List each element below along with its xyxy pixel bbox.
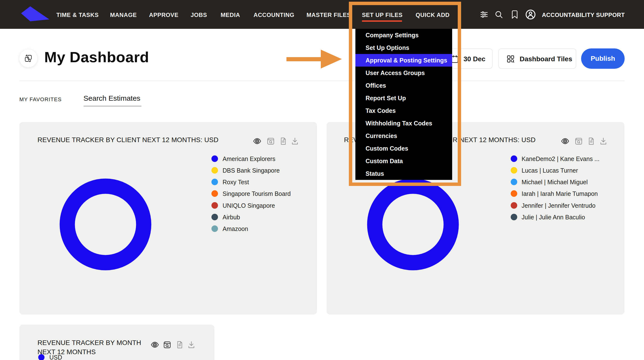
legend-label[interactable]: UNIQLO Singapore xyxy=(222,202,275,209)
eye-icon[interactable] xyxy=(253,137,261,145)
legend-label[interactable]: Singapore Tourism Board xyxy=(222,190,291,197)
legend-label[interactable]: KaneDemo2 | Kane Evans ... xyxy=(522,155,600,162)
download-icon[interactable] xyxy=(187,341,196,349)
legend-label[interactable]: Michael | Michael Miguel xyxy=(522,179,588,186)
menu-item-user-access-groups[interactable]: User Access Groups xyxy=(356,67,452,79)
legend-label[interactable]: Amazoon xyxy=(222,225,248,232)
legend-dot[interactable] xyxy=(511,155,517,162)
legend-label[interactable]: Iarah | Iarah Marie Tumapon xyxy=(522,190,598,197)
legend-dot[interactable] xyxy=(511,167,517,174)
legend-label[interactable]: Airbub xyxy=(222,214,240,221)
nav-item-quick-add[interactable]: QUICK ADD xyxy=(416,12,450,19)
legend-dot[interactable] xyxy=(212,202,218,209)
revenue-donut-chart[interactable] xyxy=(367,178,459,270)
legend-label[interactable]: DBS Bank Singapore xyxy=(222,167,280,174)
user-account-label[interactable]: ACCOUNTABILITY SUPPORT xyxy=(542,12,625,19)
annotation-arrow-shaft xyxy=(286,57,321,61)
nav-item-manage[interactable]: MANAGE xyxy=(110,12,137,19)
preview-card-icon[interactable] xyxy=(163,341,171,349)
legend-dot[interactable] xyxy=(511,214,517,220)
document-icon[interactable] xyxy=(588,137,595,145)
legend-label[interactable]: Jennifer | Jennifer Ventrudo xyxy=(522,202,595,209)
nav-item-media[interactable]: MEDIA xyxy=(221,12,240,19)
legend-dot[interactable] xyxy=(38,354,44,360)
card-title-fragment-end: R NEXT 12 MONTHS: USD xyxy=(453,136,536,144)
nav-item-accounting[interactable]: ACCOUNTING xyxy=(254,12,294,19)
menu-item-custom-data[interactable]: Custom Data xyxy=(356,155,452,167)
page-title: My Dashboard xyxy=(44,49,149,66)
menu-item-company-settings[interactable]: Company Settings xyxy=(356,29,452,41)
date-chip-label: 30 Dec xyxy=(464,55,485,63)
menu-item-withholding-tax-codes[interactable]: Withholding Tax Codes xyxy=(356,117,452,130)
dashboard-tiles-button[interactable]: Dashboard Tiles xyxy=(498,49,576,69)
preview-card-icon[interactable] xyxy=(266,137,275,145)
top-navigation-bar: TIME & TASKS MANAGE APPROVE JOBS MEDIA A… xyxy=(0,0,644,29)
nav-item-set-up-files[interactable]: SET UP FILES xyxy=(362,12,402,19)
bookmark-icon[interactable] xyxy=(511,10,518,19)
legend-label[interactable]: Roxy Test xyxy=(222,179,249,186)
legend-label[interactable]: USD xyxy=(49,354,62,360)
date-picker-chip[interactable]: 30 Dec xyxy=(446,49,492,69)
download-icon[interactable] xyxy=(291,137,299,145)
menu-item-status[interactable]: Status xyxy=(356,167,452,180)
dashboard-screen: TIME & TASKS MANAGE APPROVE JOBS MEDIA A… xyxy=(0,0,644,360)
app-logo[interactable] xyxy=(21,6,50,21)
legend-dot[interactable] xyxy=(212,190,218,197)
legend-dot[interactable] xyxy=(212,225,218,232)
switch-dashboard-button[interactable] xyxy=(19,49,37,67)
menu-item-report-set-up[interactable]: Report Set Up xyxy=(356,92,452,104)
active-tab-underline xyxy=(84,106,142,107)
eye-icon[interactable] xyxy=(561,137,569,145)
card-revenue-by-client: REVENUE TRACKER BY CLIENT NEXT 12 MONTHS… xyxy=(19,122,317,314)
legend-dot[interactable] xyxy=(511,190,517,197)
annotation-arrow-head xyxy=(321,50,342,69)
preview-card-icon[interactable] xyxy=(574,137,583,145)
search-icon[interactable] xyxy=(494,10,503,19)
tab-search-estimates[interactable]: Search Estimates xyxy=(84,94,140,102)
card-title: REVENUE TRACKER BY CLIENT NEXT 12 MONTHS… xyxy=(38,136,218,144)
nav-item-jobs[interactable]: JOBS xyxy=(191,12,207,19)
eye-icon[interactable] xyxy=(151,341,159,349)
card-title-line1: REVENUE TRACKER BY MONTH xyxy=(38,338,141,347)
legend-dot[interactable] xyxy=(212,214,218,220)
account-icon[interactable] xyxy=(525,9,536,20)
sliders-icon[interactable] xyxy=(480,11,488,19)
legend-dot[interactable] xyxy=(212,167,218,174)
menu-item-approval-posting-settings[interactable]: Approval & Posting Settings xyxy=(356,54,452,67)
nav-item-time-tasks[interactable]: TIME & TASKS xyxy=(56,12,99,19)
card-revenue-by-month: REVENUE TRACKER BY MONTH NEXT 12 MONTHS … xyxy=(19,325,214,360)
legend-label[interactable]: Julie | Julie Ann Baculio xyxy=(522,214,585,221)
menu-item-custom-codes[interactable]: Custom Codes xyxy=(356,142,452,155)
legend-dot[interactable] xyxy=(212,179,218,185)
menu-item-tax-codes[interactable]: Tax Codes xyxy=(356,104,452,117)
legend-dot[interactable] xyxy=(511,202,517,209)
document-icon[interactable] xyxy=(280,137,287,145)
legend-dot[interactable] xyxy=(212,155,218,162)
document-icon[interactable] xyxy=(176,341,184,349)
dashboard-tiles-label: Dashboard Tiles xyxy=(520,55,572,63)
revenue-donut-chart[interactable] xyxy=(60,178,152,270)
nav-item-master-files[interactable]: MASTER FILES xyxy=(306,12,351,19)
swap-icon xyxy=(24,54,32,63)
publish-label: Publish xyxy=(590,55,615,63)
set-up-files-menu: Company Settings Set Up Options Approval… xyxy=(356,29,452,180)
active-nav-underline xyxy=(362,20,402,22)
menu-item-offices[interactable]: Offices xyxy=(356,79,452,92)
menu-item-currencies[interactable]: Currencies xyxy=(356,130,452,142)
legend-label[interactable]: American Explorers xyxy=(222,155,275,162)
legend-label[interactable]: Lucas | Lucas Turner xyxy=(522,167,578,174)
nav-item-approve[interactable]: APPROVE xyxy=(149,12,178,19)
header-divider xyxy=(19,81,625,81)
tiles-icon xyxy=(506,55,515,64)
tab-my-favorites[interactable]: MY FAVORITES xyxy=(19,96,62,103)
legend-dot[interactable] xyxy=(511,179,517,185)
menu-item-set-up-options[interactable]: Set Up Options xyxy=(356,41,452,54)
publish-button[interactable]: Publish xyxy=(581,49,625,69)
download-icon[interactable] xyxy=(599,137,608,145)
